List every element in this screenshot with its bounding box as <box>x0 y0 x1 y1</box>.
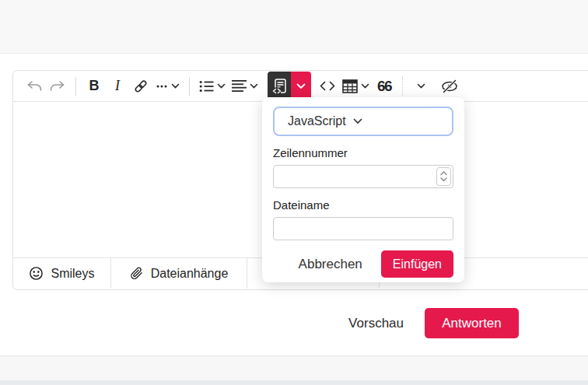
bullet-list-icon <box>199 79 214 93</box>
align-icon <box>232 79 247 93</box>
link-button[interactable] <box>129 72 152 101</box>
preview-button[interactable]: Vorschau <box>348 316 404 331</box>
list-menu-button[interactable] <box>196 72 229 101</box>
page-footer-strip <box>0 380 588 385</box>
italic-button[interactable]: I <box>106 72 129 101</box>
tab-attachments[interactable]: Dateianhänge <box>111 258 247 289</box>
code-block-icon <box>271 78 287 95</box>
alignment-menu-button[interactable] <box>229 72 261 101</box>
chevron-down-icon <box>440 177 447 182</box>
tab-smileys-label: Smileys <box>51 267 94 281</box>
bold-button[interactable]: B <box>82 72 106 101</box>
bold-label: B <box>89 78 100 94</box>
code-insert-dialog: JavaScript Zeilennummer Dateiname Abbrec… <box>262 97 464 282</box>
reply-actions-row: Vorschau Antworten <box>0 308 519 338</box>
eye-slash-icon <box>440 79 459 94</box>
chevron-down-icon <box>250 83 258 89</box>
cancel-button[interactable]: Abbrechen <box>299 257 362 272</box>
language-select-value: JavaScript <box>288 114 346 128</box>
toggle-visibility-button[interactable] <box>437 72 462 101</box>
dialog-footer: Abbrechen Einfügen <box>273 250 453 278</box>
chevron-down-icon <box>361 83 369 89</box>
code-block-button-group <box>268 72 311 101</box>
italic-label: I <box>115 78 120 94</box>
inline-code-icon <box>320 81 335 91</box>
code-block-button[interactable] <box>268 72 291 101</box>
number-stepper[interactable] <box>436 167 451 186</box>
toolbar-separator-dotted <box>402 77 403 96</box>
table-icon <box>342 79 358 93</box>
line-number-input[interactable] <box>273 165 453 188</box>
insert-button[interactable]: Einfügen <box>381 250 453 278</box>
chevron-down-icon <box>353 118 362 124</box>
quote-button[interactable]: 66 <box>373 72 396 101</box>
undo-button[interactable] <box>23 72 46 101</box>
inline-code-button[interactable] <box>316 72 339 101</box>
tab-smileys[interactable]: Smileys <box>13 258 111 289</box>
line-number-label: Zeilennummer <box>273 146 453 159</box>
toolbar-separator <box>189 77 190 96</box>
filename-label: Dateiname <box>273 198 453 212</box>
toolbar-separator <box>75 77 76 96</box>
language-select[interactable]: JavaScript <box>273 107 453 136</box>
paperclip-icon <box>130 266 144 281</box>
quote-icon: 66 <box>377 78 391 95</box>
smiley-icon <box>29 266 44 281</box>
page-top-band <box>0 0 588 54</box>
table-menu-button[interactable] <box>339 72 373 101</box>
filename-input[interactable] <box>273 217 453 240</box>
undo-icon <box>26 80 43 92</box>
redo-icon <box>49 80 66 92</box>
chevron-down-icon <box>217 83 226 89</box>
chevron-down-icon <box>296 83 306 89</box>
redo-button[interactable] <box>46 72 69 101</box>
chevron-down-icon <box>417 83 425 89</box>
code-block-dropdown-button[interactable] <box>291 72 311 101</box>
reply-button[interactable]: Antworten <box>425 308 519 338</box>
tab-attachments-label: Dateianhänge <box>151 267 229 281</box>
link-icon <box>132 78 149 95</box>
chevron-down-icon <box>171 83 180 89</box>
page-footer-band <box>0 355 588 380</box>
chevron-up-icon <box>440 171 447 176</box>
quote-dropdown-button[interactable] <box>409 72 432 101</box>
ellipsis-icon <box>156 84 168 89</box>
more-options-button[interactable] <box>152 72 183 101</box>
